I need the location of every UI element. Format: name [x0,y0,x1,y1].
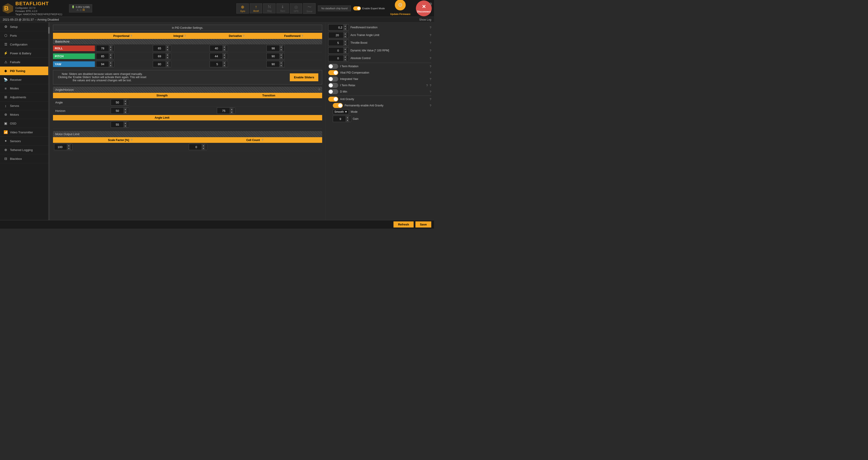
scale-factor-help[interactable]: ? [131,138,133,142]
throttle-boost-up[interactable]: ▲ [343,40,347,43]
angle-strength-up[interactable]: ▲ [123,99,127,102]
save-button[interactable]: Save [415,221,431,227]
sidebar-item-pid-tuning[interactable]: ◈ PID Tuning [0,66,50,75]
horizon-trans-down[interactable]: ▼ [229,111,234,114]
yaw-i-input[interactable] [153,61,165,67]
roll-p-up[interactable]: ▲ [109,45,113,48]
roll-ff-up[interactable]: ▲ [279,45,283,48]
roll-ff-input[interactable] [267,45,279,51]
i-term-rotation-toggle[interactable] [328,64,338,69]
sidebar-item-motors[interactable]: ⊛ Motors [0,110,50,119]
absolute-control-help-icon[interactable]: ? [430,57,431,60]
expert-mode-toggle[interactable] [353,6,361,10]
cell-count-down[interactable]: ▼ [202,147,206,150]
vbat-pid-toggle[interactable] [328,70,338,75]
refresh-button[interactable]: Refresh [394,221,413,227]
acro-trainer-input[interactable] [329,32,343,38]
yaw-p-down[interactable]: ▼ [109,64,113,67]
roll-d-down[interactable]: ▼ [222,48,226,51]
angle-horizon-help-icon[interactable]: ? [318,88,320,91]
pitch-p-input[interactable] [96,53,109,59]
sidebar-item-failsafe[interactable]: ⚠ Failsafe [0,58,50,66]
yaw-d-input[interactable] [210,61,222,67]
integrated-yaw-toggle[interactable] [328,76,338,82]
ag-gain-up[interactable]: ▲ [345,116,349,119]
pitch-ff-input[interactable] [267,53,279,59]
yaw-p-input[interactable] [96,61,109,67]
horizon-strength-input[interactable] [111,108,123,114]
anti-gravity-help-icon[interactable]: ? [430,98,431,101]
yaw-i-down[interactable]: ▼ [165,64,169,67]
pitch-i-input[interactable] [153,53,165,59]
horizon-transition-input[interactable] [217,108,229,114]
acro-trainer-help-icon[interactable]: ? [430,33,431,37]
ag-gain-down[interactable]: ▼ [345,119,349,122]
acro-trainer-up[interactable]: ▲ [343,32,347,35]
ff-trans-down[interactable]: ▼ [343,27,347,30]
sidebar-item-sensors[interactable]: ✦ Sensors [0,137,50,146]
throttle-boost-down[interactable]: ▼ [343,43,347,46]
ff-trans-help-icon[interactable]: ? [430,26,431,29]
ag-permanently-toggle[interactable] [333,103,343,108]
pitch-i-up[interactable]: ▲ [165,53,169,56]
roll-d-up[interactable]: ▲ [222,45,226,48]
derivative-help-icon[interactable]: ? [243,34,245,38]
sidebar-item-tethered-logging[interactable]: ⊕ Tethered Logging [0,146,50,154]
sidebar-item-blackbox[interactable]: ⊟ Blackbox [0,154,50,163]
sidebar-item-modes[interactable]: ≡ Modes [0,84,50,93]
roll-i-input[interactable] [153,45,165,51]
pitch-p-down[interactable]: ▼ [109,56,113,59]
roll-p-down[interactable]: ▼ [109,48,113,51]
dynamic-idle-down[interactable]: ▼ [343,51,347,54]
sidebar-item-power-battery[interactable]: ⚡ Power & Battery [0,49,50,58]
yaw-ff-up[interactable]: ▲ [279,61,283,64]
dynamic-idle-help-icon[interactable]: ? [430,49,431,52]
pitch-d-down[interactable]: ▼ [222,56,226,59]
i-term-relax-toggle[interactable] [328,83,338,88]
roll-i-down[interactable]: ▼ [165,48,169,51]
yaw-p-up[interactable]: ▲ [109,61,113,64]
integral-help-icon[interactable]: ? [184,34,186,38]
yaw-ff-input[interactable] [267,61,279,67]
sidebar-item-servos[interactable]: ↕ Servos [0,102,50,110]
throttle-boost-help-icon[interactable]: ? [430,41,431,44]
ff-trans-up[interactable]: ▲ [343,25,347,27]
i-term-relax-help-icon2[interactable]: ? [430,84,431,87]
scale-factor-up[interactable]: ▲ [67,144,71,147]
sidebar-item-receiver[interactable]: 📡 Receiver [0,75,50,84]
absolute-control-input[interactable] [329,55,343,61]
show-log-button[interactable]: Show Log [419,18,431,21]
acro-trainer-down[interactable]: ▼ [343,35,347,38]
i-term-rotation-help-icon[interactable]: ? [430,65,431,68]
sidebar-item-video-transmitter[interactable]: 📶 Video Transmitter [0,128,50,137]
scale-factor-down[interactable]: ▼ [67,147,71,150]
ag-mode-select[interactable]: Smooth ▼ [333,109,349,114]
d-min-help-icon[interactable]: ? [430,90,431,93]
yaw-i-up[interactable]: ▲ [165,61,169,64]
throttle-boost-input[interactable] [329,40,343,46]
horizon-strength-up[interactable]: ▲ [123,108,127,111]
roll-i-up[interactable]: ▲ [165,45,169,48]
dynamic-idle-up[interactable]: ▲ [343,48,347,51]
angle-limit-down[interactable]: ▼ [123,124,127,127]
angle-limit-input[interactable] [111,122,123,127]
i-term-relax-help-icon[interactable]: ? [426,84,428,87]
vbat-pid-help-icon[interactable]: ? [430,71,431,74]
feedforward-transition-input[interactable] [329,25,343,30]
settings-gear-icon[interactable]: ⚙ [429,2,432,6]
anti-gravity-toggle[interactable] [328,97,338,102]
ag-gain-input[interactable] [333,116,345,122]
enable-sliders-button[interactable]: Enable Sliders [290,73,318,81]
sidebar-item-configuration[interactable]: ☰ Configuration [0,40,50,49]
scale-factor-input[interactable] [54,144,67,150]
absolute-control-up[interactable]: ▲ [343,55,347,58]
pitch-i-down[interactable]: ▼ [165,56,169,59]
pitch-ff-up[interactable]: ▲ [279,53,283,56]
yaw-d-down[interactable]: ▼ [222,64,226,67]
horizon-strength-down[interactable]: ▼ [123,111,127,114]
cell-count-up[interactable]: ▲ [202,144,206,147]
ag-permanently-help-icon[interactable]: ? [430,104,431,107]
angle-strength-down[interactable]: ▼ [123,102,127,105]
sidebar-item-adjustments[interactable]: ⊞ Adjustments [0,93,50,102]
proportional-help-icon[interactable]: ? [130,34,132,38]
